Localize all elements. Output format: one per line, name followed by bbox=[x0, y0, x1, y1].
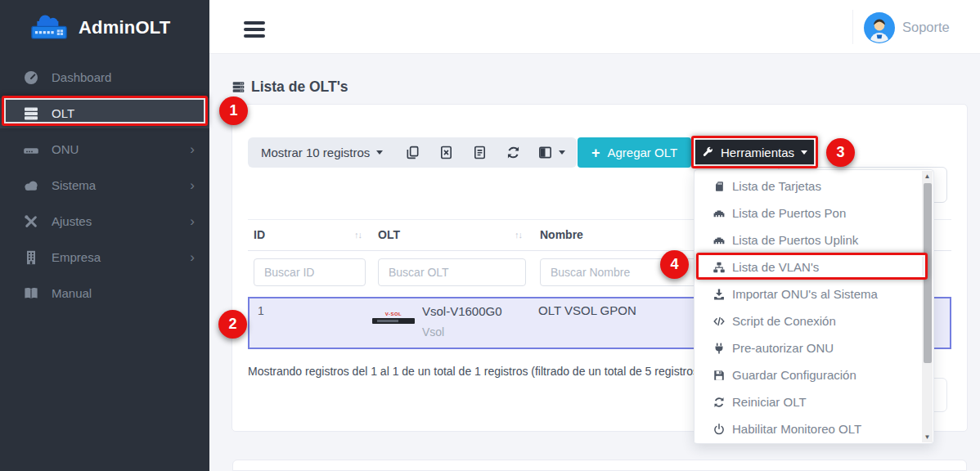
column-visibility-button[interactable] bbox=[530, 137, 573, 168]
plus-icon: + bbox=[591, 146, 600, 160]
cloud-icon bbox=[23, 177, 39, 194]
dashboard-icon bbox=[23, 70, 39, 86]
topbar-divider bbox=[852, 10, 853, 44]
tools-icon bbox=[23, 213, 39, 230]
menu-item-reiniciar-olt[interactable]: Reiniciar OLT bbox=[695, 388, 922, 415]
sd-card-icon bbox=[713, 180, 726, 193]
excel-icon bbox=[438, 145, 454, 160]
caret-down-icon bbox=[559, 150, 565, 155]
table-toolbar: Mostrar 10 registros bbox=[248, 137, 577, 168]
dropdown-scrollbar[interactable]: ▲ ▼ bbox=[922, 171, 933, 442]
chevron-right-icon: › bbox=[190, 178, 195, 192]
sidebar-item-empresa[interactable]: Empresa › bbox=[0, 242, 209, 272]
tools-dropdown-button[interactable]: Herramientas bbox=[695, 139, 815, 166]
onu-icon bbox=[23, 141, 39, 158]
copy-icon bbox=[405, 145, 420, 160]
save-icon bbox=[713, 369, 726, 382]
download-icon bbox=[713, 288, 726, 301]
chevron-right-icon: › bbox=[190, 250, 195, 264]
reload-button[interactable] bbox=[497, 137, 530, 168]
brand-logo-icon bbox=[28, 11, 70, 44]
column-header-id[interactable]: ID bbox=[254, 228, 265, 241]
tools-label: Herramientas bbox=[721, 146, 794, 159]
menu-item-guardar-configuracion[interactable]: Guardar Configuración bbox=[695, 361, 922, 388]
sidebar-item-label: ONU bbox=[52, 142, 79, 156]
annotation-step-3: 3 bbox=[826, 138, 855, 167]
user-avatar-icon bbox=[864, 12, 895, 43]
wrench-icon bbox=[702, 146, 714, 159]
building-icon bbox=[23, 249, 39, 266]
sidebar-toggle-button[interactable] bbox=[244, 21, 265, 42]
file-icon bbox=[472, 145, 488, 160]
add-olt-button[interactable]: + Agregar OLT bbox=[578, 137, 691, 168]
columns-icon bbox=[537, 145, 553, 160]
caret-down-icon bbox=[801, 150, 807, 155]
row-cell-nombre: OLT VSOL GPON bbox=[538, 303, 636, 317]
sidebar-item-sistema[interactable]: Sistema › bbox=[0, 170, 209, 200]
menu-item-pre-autorizar-onu[interactable]: Pre-autorizar ONU bbox=[695, 334, 922, 361]
sidebar-item-manual[interactable]: Manual bbox=[0, 278, 209, 308]
filter-id-input[interactable] bbox=[254, 258, 366, 286]
menu-item-habilitar-monitoreo[interactable]: Habilitar Monitoreo OLT bbox=[695, 415, 922, 442]
annotation-step-1: 1 bbox=[219, 96, 248, 125]
refresh-icon bbox=[713, 396, 726, 409]
server-icon bbox=[23, 105, 39, 122]
page-title: Lista de OLT's bbox=[251, 78, 348, 96]
server-icon bbox=[232, 80, 245, 94]
menu-item-lista-puertos-uplink[interactable]: Lista de Puertos Uplink bbox=[695, 227, 922, 253]
sitemap-icon bbox=[713, 261, 726, 274]
show-entries-label: Mostrar 10 registros bbox=[261, 146, 370, 159]
code-icon bbox=[713, 315, 726, 328]
olt-device-image: V-SOL bbox=[371, 312, 416, 324]
annotation-step-2: 2 bbox=[218, 310, 247, 339]
power-icon bbox=[713, 423, 726, 436]
ethernet-icon bbox=[713, 234, 726, 247]
sidebar-item-ajustes[interactable]: Ajustes › bbox=[0, 206, 209, 236]
row-cell-olt-model: Vsol-V1600G0 bbox=[422, 304, 502, 318]
ethernet-icon bbox=[713, 207, 726, 220]
sidebar-item-label: Sistema bbox=[52, 178, 96, 192]
tools-dropdown-menu: Lista de Tarjetas Lista de Puertos Pon L… bbox=[694, 169, 934, 444]
sidebar-item-olt[interactable]: OLT bbox=[0, 98, 209, 128]
export-file-button[interactable] bbox=[463, 137, 497, 168]
brand[interactable]: AdminOLT bbox=[0, 0, 209, 52]
plug-icon bbox=[713, 342, 726, 355]
column-header-nombre[interactable]: Nombre bbox=[540, 228, 583, 241]
sort-icon[interactable]: ↑↓ bbox=[354, 230, 362, 240]
row-cell-id: 1 bbox=[258, 304, 264, 317]
next-card-top bbox=[232, 460, 967, 471]
add-olt-label: Agregar OLT bbox=[607, 146, 677, 159]
scroll-down-icon[interactable]: ▼ bbox=[922, 432, 933, 442]
sidebar: AdminOLT Dashboard OLT ONU › Sistema › A… bbox=[0, 0, 209, 471]
sidebar-item-label: Dashboard bbox=[52, 70, 111, 84]
book-icon bbox=[23, 285, 39, 302]
avatar[interactable] bbox=[864, 12, 895, 43]
sidebar-item-onu[interactable]: ONU › bbox=[0, 134, 209, 164]
menu-item-lista-vlans[interactable]: Lista de VLAN's bbox=[695, 253, 922, 280]
chevron-right-icon: › bbox=[190, 214, 195, 228]
copy-button[interactable] bbox=[396, 137, 429, 168]
sidebar-item-label: Empresa bbox=[52, 250, 101, 264]
menu-item-lista-puertos-pon[interactable]: Lista de Puertos Pon bbox=[695, 200, 922, 227]
sidebar-item-label: Manual bbox=[52, 286, 92, 300]
menu-item-script-conexion[interactable]: Script de Conexión bbox=[695, 307, 922, 334]
caret-down-icon bbox=[376, 150, 383, 155]
annotation-step-4: 4 bbox=[660, 250, 689, 279]
export-excel-button[interactable] bbox=[429, 137, 463, 168]
chevron-right-icon: › bbox=[190, 142, 195, 156]
menu-item-lista-tarjetas[interactable]: Lista de Tarjetas bbox=[695, 173, 922, 200]
column-header-olt[interactable]: OLT bbox=[378, 228, 400, 241]
scroll-up-icon[interactable]: ▲ bbox=[922, 171, 933, 182]
refresh-icon bbox=[506, 145, 521, 160]
menu-item-importar-onus[interactable]: Importar ONU's al Sistema bbox=[695, 280, 922, 307]
row-cell-olt-brand: Vsol bbox=[422, 325, 444, 339]
sidebar-item-dashboard[interactable]: Dashboard bbox=[0, 62, 209, 92]
sidebar-item-label: Ajustes bbox=[52, 214, 92, 228]
brand-name: AdminOLT bbox=[79, 17, 170, 38]
show-entries-dropdown[interactable]: Mostrar 10 registros bbox=[248, 146, 396, 159]
scrollbar-thumb[interactable] bbox=[924, 183, 932, 363]
user-menu[interactable]: Soporte bbox=[902, 20, 950, 35]
filter-olt-input[interactable] bbox=[378, 258, 526, 286]
sort-icon[interactable]: ↑↓ bbox=[515, 230, 522, 240]
sidebar-item-label: OLT bbox=[52, 106, 74, 120]
